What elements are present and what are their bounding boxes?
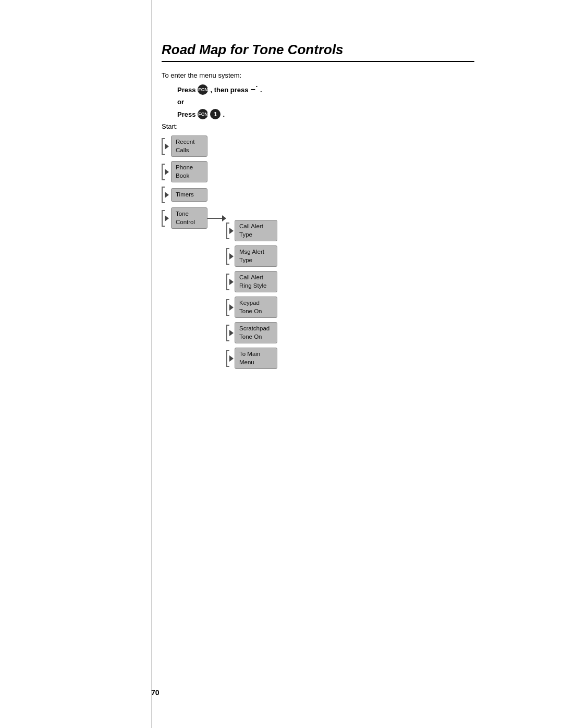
menu-item-timers: Timers [162,187,207,203]
page: Road Map for Tone Controls To enter the … [0,0,563,728]
arrowhead-phone-book [165,169,169,175]
h-line [207,218,222,219]
arrowhead-timers [165,192,169,198]
or-label: or [177,98,474,106]
page-title: Road Map for Tone Controls [162,42,474,62]
arrowhead-recent-calls [165,143,169,150]
then-press-text: , then press [210,86,248,94]
arrow-timers [162,187,170,203]
h-arrowhead [222,215,226,221]
box-main-menu: To MainMenu [235,348,277,369]
arrowhead-tone-control [165,215,169,221]
arrow-tone-control [162,210,170,227]
left-column: RecentCalls PhoneBook Timers [162,135,226,373]
box-phone-book: PhoneBook [171,161,207,182]
fcn-badge-2: FCN [198,109,208,119]
box-timers: Timers [171,188,207,202]
num-badge-1: 1 [210,109,221,119]
arrow-phone-book [162,164,170,180]
left-bar [151,0,152,728]
instruction-1: Press FCN , then press −˙ . [177,84,474,95]
box-keypad-tone: KeypadTone On [235,297,277,318]
menu-item-recent-calls: RecentCalls [162,135,207,157]
box-call-alert-type: Call AlertType [235,220,277,241]
press-label-2: Press [177,110,195,118]
start-label: Start: [162,122,474,130]
instruction-2: Press FCN 1 . [177,109,474,119]
press-label-1: Press [177,86,195,94]
menu-item-call-alert-ring-style: Call AlertRing Style [226,271,277,292]
flow-diagram: RecentCalls PhoneBook Timers [162,135,474,373]
menu-item-call-alert-type: Call AlertType [226,220,277,241]
right-column: Call AlertType Msg AlertType Call AlertR… [226,220,277,373]
content-area: Road Map for Tone Controls To enter the … [162,42,474,373]
box-scratchpad-tone: ScratchpadTone On [235,322,277,343]
period-1: . [260,86,262,94]
arrowhead-call-alert-ring [229,279,234,285]
period-2: . [223,110,225,118]
menu-item-phone-book: PhoneBook [162,161,207,182]
nav-symbol: −˙ [250,85,258,94]
arrowhead-call-alert-type [229,228,234,234]
intro-text: To enter the menu system: [162,71,474,79]
menu-item-msg-alert-type: Msg AlertType [226,245,277,267]
box-msg-alert-type: Msg AlertType [235,245,277,267]
arrowhead-msg-alert-type [229,253,234,260]
box-call-alert-ring: Call AlertRing Style [235,271,277,292]
fcn-badge-1: FCN [198,84,208,95]
page-number: 70 [151,688,160,697]
arrowhead-keypad-tone [229,304,234,311]
arrowhead-main-menu [229,355,234,362]
arrowhead-scratchpad-tone [229,330,234,336]
menu-item-keypad-tone-on: KeypadTone On [226,297,277,318]
menu-item-scratchpad-tone-on: ScratchpadTone On [226,322,277,343]
h-connector [207,215,226,221]
box-tone-control: ToneControl [171,207,207,229]
menu-item-to-main-menu: To MainMenu [226,348,277,369]
menu-item-tone-control: ToneControl [162,207,226,229]
box-recent-calls: RecentCalls [171,135,207,157]
arrow-recent-calls [162,138,170,155]
